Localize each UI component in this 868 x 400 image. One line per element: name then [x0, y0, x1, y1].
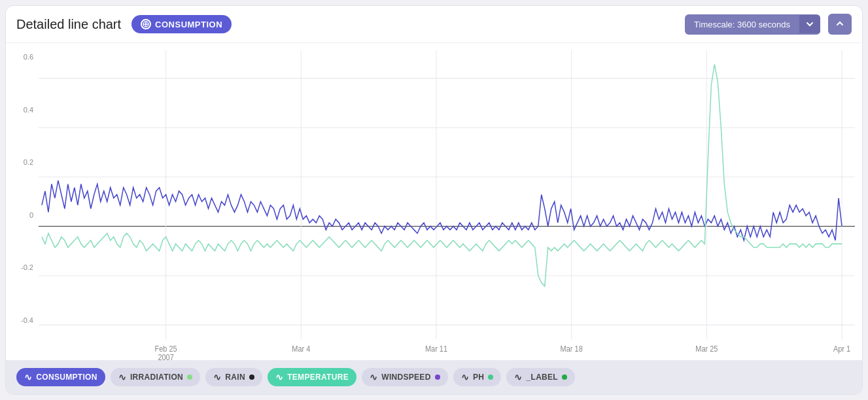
consumption-legend-label: CONSUMPTION	[36, 373, 97, 382]
chart-title: Detailed line chart	[16, 17, 121, 32]
svg-text:Feb 25: Feb 25	[155, 345, 177, 353]
irradiation-dot	[187, 375, 192, 380]
badge-label: CONSUMPTION	[155, 20, 222, 29]
svg-text:Apr 1: Apr 1	[833, 345, 850, 353]
timescale-label: Timescale: 3600 seconds	[685, 14, 799, 35]
svg-text:2007: 2007	[158, 354, 173, 360]
consumption-line	[42, 180, 842, 241]
label-legend-label: _LABEL	[527, 373, 558, 382]
legend-item-irradiation[interactable]: ∿ IRRADIATION	[111, 368, 200, 386]
badge-icon	[141, 19, 151, 29]
timescale-dropdown-icon[interactable]	[799, 15, 820, 33]
svg-text:Mar 25: Mar 25	[695, 345, 718, 353]
chart-header: Detailed line chart CONSUMPTION Timescal…	[6, 6, 862, 43]
temperature-line	[42, 64, 842, 286]
main-card: Detailed line chart CONSUMPTION Timescal…	[5, 5, 863, 395]
legend-item-rain[interactable]: ∿ RAIN	[205, 368, 262, 386]
line-chart-svg: Feb 25 2007 Mar 4 Mar 11 Mar 18 Mar 25 A…	[6, 43, 862, 360]
temperature-wave-icon: ∿	[275, 372, 283, 382]
legend-item-windspeed[interactable]: ∿ WINDSPEED	[362, 368, 448, 386]
legend-item-label[interactable]: ∿ _LABEL	[506, 368, 575, 386]
temperature-legend-label: TEMPERATURE	[287, 373, 349, 382]
irradiation-legend-label: IRRADIATION	[130, 373, 183, 382]
chart-legend-footer: ∿ CONSUMPTION ∿ IRRADIATION ∿ RAIN ∿ TEM…	[6, 360, 862, 394]
collapse-button[interactable]	[828, 14, 852, 35]
rain-dot	[249, 375, 254, 380]
ph-wave-icon: ∿	[461, 372, 469, 382]
legend-item-ph[interactable]: ∿ PH	[453, 368, 502, 386]
irradiation-wave-icon: ∿	[118, 372, 126, 382]
legend-item-consumption[interactable]: ∿ CONSUMPTION	[16, 368, 105, 386]
svg-text:Mar 4: Mar 4	[292, 345, 311, 353]
windspeed-dot	[435, 375, 440, 380]
rain-legend-label: RAIN	[225, 373, 245, 382]
chart-area: 0.6 0.4 0.2 0 -0.2 -0.4	[6, 43, 862, 360]
label-wave-icon: ∿	[514, 372, 522, 382]
ph-dot	[488, 375, 493, 380]
header-left: Detailed line chart CONSUMPTION	[16, 15, 232, 33]
legend-item-temperature[interactable]: ∿ TEMPERATURE	[268, 368, 356, 386]
consumption-wave-icon: ∿	[24, 372, 32, 382]
windspeed-legend-label: WINDSPEED	[381, 373, 430, 382]
consumption-badge-button[interactable]: CONSUMPTION	[131, 15, 232, 33]
label-dot	[562, 375, 567, 380]
ph-legend-label: PH	[473, 373, 484, 382]
timescale-button[interactable]: Timescale: 3600 seconds	[685, 14, 820, 35]
rain-wave-icon: ∿	[213, 372, 221, 382]
windspeed-wave-icon: ∿	[370, 372, 377, 382]
svg-text:Mar 18: Mar 18	[561, 345, 583, 353]
svg-text:Mar 11: Mar 11	[425, 345, 447, 353]
svg-rect-3	[39, 50, 855, 339]
